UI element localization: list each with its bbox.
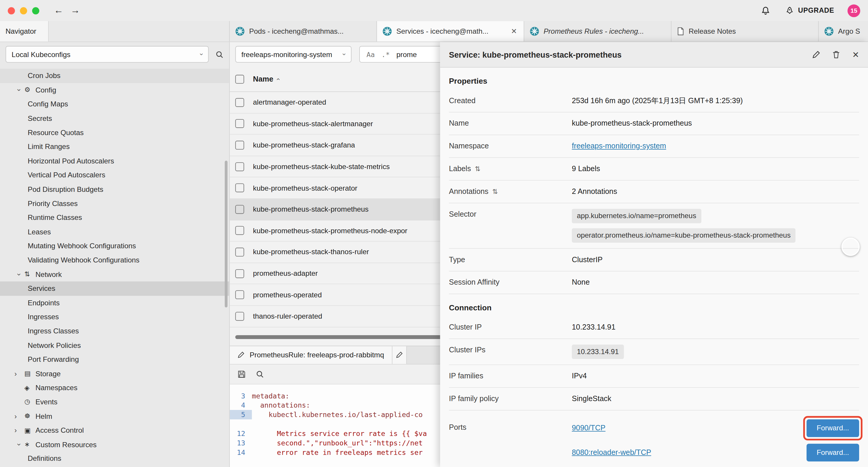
close-window-button[interactable] [8, 7, 15, 14]
close-tab-icon[interactable]: ✕ [510, 27, 518, 35]
port-forward-button[interactable]: Forward... [807, 419, 859, 437]
namespace-row: Namespace freeleaps-monitoring-system [449, 135, 859, 158]
sidebar-item-label: Horizontal Pod Autoscalers [28, 157, 114, 165]
sidebar-item-label: Ingresses [28, 313, 59, 321]
match-case-toggle[interactable]: Aa [366, 50, 375, 59]
row-checkbox[interactable] [235, 98, 244, 107]
close-icon[interactable]: ✕ [852, 50, 859, 60]
sidebar-item-custom-resources[interactable]: ›∗Custom Resources [0, 437, 229, 451]
select-all-checkbox[interactable] [235, 75, 244, 83]
sidebar-item-port-forwarding[interactable]: Port Forwarding [0, 352, 229, 367]
minimize-window-button[interactable] [20, 7, 27, 14]
line-number: 4 [230, 400, 252, 410]
sidebar-item-config-maps[interactable]: Config Maps [0, 97, 229, 111]
sidebar-item-priority-classes[interactable]: Priority Classes [0, 196, 229, 210]
sidebar-item-services[interactable]: Services [0, 282, 229, 296]
sidebar-item-endpoints[interactable]: Endpoints [0, 296, 229, 310]
sidebar-item-helm[interactable]: ›☸Helm [0, 409, 229, 423]
sidebar-item-label: Storage [35, 370, 61, 378]
row-checkbox[interactable] [235, 119, 244, 128]
save-icon[interactable] [238, 370, 246, 378]
sidebar-item-horizontal-pod-autoscalers[interactable]: Horizontal Pod Autoscalers [0, 154, 229, 168]
sidebar-item-limit-ranges[interactable]: Limit Ranges [0, 140, 229, 154]
sidebar-item-pod-disruption-budgets[interactable]: Pod Disruption Budgets [0, 182, 229, 196]
sidebar-item-ingress-classes[interactable]: Ingress Classes [0, 324, 229, 338]
sidebar-item-label: Config Maps [28, 100, 68, 108]
service-name: kube-prometheus-stack-kube-state-metrics [253, 162, 390, 171]
drawer-title: Service: kube-prometheus-stack-prometheu… [449, 50, 812, 59]
search-icon[interactable] [215, 50, 224, 59]
back-button[interactable]: ← [51, 5, 67, 16]
dock-tab-partial[interactable] [392, 346, 407, 364]
sidebar-item-mutating-webhook-configurations[interactable]: Mutating Webhook Configurations [0, 239, 229, 253]
cluster-ips-label: Cluster IPs [449, 345, 572, 356]
delete-icon[interactable] [833, 51, 840, 59]
port-link[interactable]: 9090/TCP [572, 423, 606, 434]
port-forward-button[interactable]: Forward... [807, 444, 859, 461]
namespace-link[interactable]: freeleaps-monitoring-system [572, 142, 666, 150]
chevron-right-icon[interactable]: › [14, 370, 25, 378]
notification-count-badge[interactable]: 15 [848, 4, 860, 17]
row-checkbox[interactable] [235, 226, 244, 235]
sidebar-item-events[interactable]: ◷Events [0, 395, 229, 409]
edit-icon[interactable] [812, 51, 821, 59]
notifications-bell-icon[interactable] [761, 6, 770, 15]
sidebar-item-leases[interactable]: Leases [0, 225, 229, 239]
sidebar-item-validating-webhook-configurations[interactable]: Validating Webhook Configurations [0, 253, 229, 267]
tab-bar: Navigator Pods - icecheng@mathmas... Ser… [0, 21, 868, 42]
chevron-right-icon[interactable]: › [14, 426, 25, 435]
sidebar-item-resource-quotas[interactable]: Resource Quotas [0, 125, 229, 140]
sidebar-item-runtime-classes[interactable]: Runtime Classes [0, 210, 229, 225]
tab-prometheus-rules[interactable]: Prometheus Rules - icecheng... [524, 21, 671, 41]
sidebar-item-cron-jobs[interactable]: Cron Jobs [0, 68, 229, 83]
sidebar-item-network[interactable]: ›⇅Network [0, 267, 229, 282]
sidebar-item-vertical-pod-autoscalers[interactable]: Vertical Pod Autoscalers [0, 168, 229, 182]
edit-icon [238, 351, 245, 358]
kubernetes-icon [530, 27, 539, 36]
forward-button[interactable]: → [67, 5, 84, 16]
row-checkbox[interactable] [235, 141, 244, 150]
user-avatar[interactable] [841, 238, 860, 256]
maximize-window-button[interactable] [32, 7, 39, 14]
expand-toggle-icon[interactable]: ⇅ [492, 186, 498, 197]
tab-navigator[interactable]: Navigator [0, 21, 49, 41]
row-checkbox[interactable] [235, 269, 244, 278]
row-checkbox[interactable] [235, 248, 244, 257]
kubeconfig-selector[interactable]: Local Kubeconfigs › [6, 46, 209, 63]
sidebar-item-namespaces[interactable]: ◈Namespaces [0, 381, 229, 395]
namespace-selector[interactable]: freeleaps-monitoring-system › [235, 46, 351, 63]
kubernetes-icon [824, 27, 834, 36]
tab-release-notes[interactable]: Release Notes [672, 21, 819, 41]
row-checkbox[interactable] [235, 162, 244, 171]
regex-toggle[interactable]: .* [381, 50, 390, 59]
upgrade-button[interactable]: UPGRADE [785, 6, 834, 15]
port-link[interactable]: 8080:reloader-web/TCP [572, 447, 651, 458]
row-checkbox[interactable] [235, 312, 244, 321]
row-checkbox[interactable] [235, 183, 244, 193]
sidebar-item-network-policies[interactable]: Network Policies [0, 338, 229, 352]
tab-label: Prometheus Rules - icecheng... [544, 27, 665, 35]
tab-pods[interactable]: Pods - icecheng@mathmas... [230, 21, 377, 41]
tab-services[interactable]: Services - icecheng@math... ✕ [377, 21, 524, 41]
sidebar-item-ingresses[interactable]: Ingresses [0, 310, 229, 324]
chevron-down-icon: › [340, 53, 348, 55]
sidebar-item-storage[interactable]: ›▤Storage [0, 367, 229, 381]
sidebar-item-access-control[interactable]: ›▣Access Control [0, 423, 229, 437]
sidebar-item-config[interactable]: ›⚙Config [0, 83, 229, 97]
dock-tab-prometheusrule[interactable]: PrometheusRule: freeleaps-prod-rabbitmq [230, 346, 392, 364]
chevron-down-icon[interactable]: › [16, 439, 24, 449]
tab-argo[interactable]: Argo S [819, 21, 868, 41]
ip-family-policy-value: SingleStack [572, 393, 859, 404]
chevron-down-icon[interactable]: › [16, 85, 24, 95]
sidebar-item-label: Endpoints [28, 298, 60, 307]
row-checkbox[interactable] [235, 205, 244, 214]
sidebar-item-secrets[interactable]: Secrets [0, 111, 229, 125]
sidebar-item-definitions[interactable]: Definitions [0, 451, 229, 466]
sidebar-scrollbar[interactable] [225, 161, 227, 308]
row-checkbox[interactable] [235, 290, 244, 299]
search-icon[interactable] [256, 370, 264, 378]
expand-toggle-icon[interactable]: ⇅ [475, 164, 480, 174]
chevron-down-icon[interactable]: › [16, 269, 24, 279]
chevron-right-icon[interactable]: › [14, 412, 25, 420]
name-column-header[interactable]: Name › [253, 75, 279, 83]
